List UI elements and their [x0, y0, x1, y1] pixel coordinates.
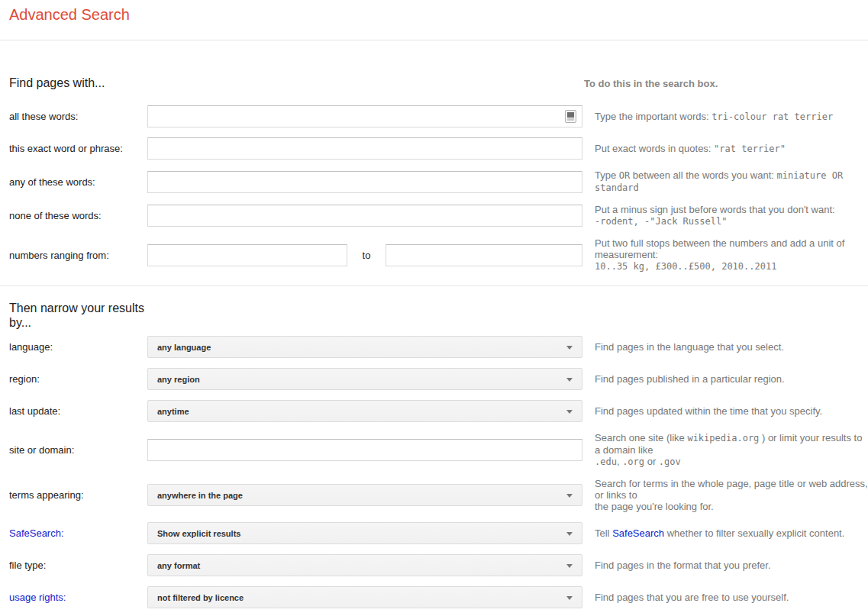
none-words-input[interactable]: [147, 205, 582, 227]
caret-down-icon: [566, 564, 573, 568]
row-last-update: last update: anytime Find pages updated …: [9, 400, 868, 422]
page-header: Advanced Search: [0, 0, 868, 40]
row-hint: Put two full stops between the numbers a…: [582, 237, 868, 273]
last-update-label: last update:: [9, 405, 147, 417]
row-hint: Search one site (like wikipedia.org ) or…: [582, 432, 868, 468]
none-words-label: none of these words:: [9, 210, 147, 221]
row-hint: Find pages that you are free to use your…: [582, 592, 868, 603]
safesearch-link[interactable]: SafeSearch: [612, 527, 664, 539]
site-domain-input[interactable]: [147, 439, 582, 461]
advanced-search-page: Advanced Search Find pages with... To do…: [0, 0, 868, 616]
row-safesearch: SafeSearch: Show explicit results Tell S…: [9, 522, 868, 544]
last-update-field: anytime: [147, 400, 582, 422]
caret-down-icon: [566, 532, 573, 536]
numbers-from-input[interactable]: [147, 244, 347, 266]
safesearch-dropdown[interactable]: Show explicit results: [147, 522, 582, 544]
to-label: to: [347, 250, 386, 261]
keyboard-input-tools-icon[interactable]: [565, 110, 576, 123]
last-update-dropdown-value: anytime: [157, 407, 189, 416]
safesearch-label-link[interactable]: SafeSearch:: [9, 527, 147, 539]
all-these-words-label: all these words:: [9, 111, 147, 122]
row-numbers-ranging: numbers ranging from: to Put two full st…: [9, 237, 868, 273]
row-hint: Put exact words in quotes: "rat terrier": [582, 143, 868, 155]
row-none-of-these-words: none of these words: Put a minus sign ju…: [9, 204, 868, 227]
section-divider: [0, 285, 868, 286]
row-usage-rights: usage rights: not filtered by licence Fi…: [9, 586, 868, 608]
row-hint: Find pages in the format that you prefer…: [582, 560, 868, 571]
region-dropdown[interactable]: any region: [147, 368, 582, 390]
row-hint: Find pages updated within the time that …: [582, 405, 868, 417]
all-these-words-input[interactable]: [147, 105, 582, 127]
row-hint: Type the important words: tri-colour rat…: [582, 111, 868, 123]
row-all-these-words: all these words: Type the important word…: [9, 105, 868, 127]
row-hint: Find pages in the language that you sele…: [582, 341, 868, 353]
safesearch-field: Show explicit results: [147, 522, 582, 544]
any-words-field: [147, 171, 582, 193]
terms-appearing-dropdown[interactable]: anywhere in the page: [147, 484, 582, 506]
site-domain-field: [147, 439, 582, 461]
terms-appearing-field: anywhere in the page: [147, 484, 582, 506]
caret-down-icon: [566, 346, 573, 350]
language-dropdown-value: any language: [157, 343, 211, 352]
language-field: any language: [147, 336, 582, 358]
terms-appearing-label: terms appearing:: [9, 489, 147, 501]
usage-rights-dropdown[interactable]: not filtered by licence: [147, 586, 582, 608]
page-title: Advanced Search: [9, 5, 868, 24]
narrow-section-heading: Then narrow your results by...: [9, 301, 158, 330]
row-hint: Find pages published in a particular reg…: [582, 373, 868, 385]
usage-rights-label-link[interactable]: usage rights:: [9, 592, 147, 603]
region-label: region:: [9, 373, 147, 385]
file-type-label: file type:: [9, 560, 147, 571]
any-words-label: any of these words:: [9, 176, 147, 188]
row-hint: Search for terms in the whole page, page…: [582, 478, 868, 512]
caret-down-icon: [566, 494, 573, 498]
row-any-of-these-words: any of these words: Type OR between all …: [9, 169, 868, 194]
usage-rights-field: not filtered by licence: [147, 586, 582, 608]
hint-column-heading: To do this in the search box.: [582, 78, 718, 89]
file-type-dropdown[interactable]: any format: [147, 554, 582, 576]
all-these-words-field: [147, 105, 582, 127]
caret-down-icon: [566, 378, 573, 382]
exact-phrase-field: [147, 137, 582, 160]
file-type-dropdown-value: any format: [157, 561, 200, 570]
none-words-field: [147, 205, 582, 227]
caret-down-icon: [566, 596, 573, 600]
row-hint: Put a minus sign just before words that …: [582, 204, 868, 227]
row-terms-appearing: terms appearing: anywhere in the page Se…: [9, 478, 868, 512]
terms-appearing-dropdown-value: anywhere in the page: [157, 491, 243, 500]
find-section-heading: Find pages with...: [9, 76, 582, 90]
row-region: region: any region Find pages published …: [9, 368, 868, 390]
numbers-to-input[interactable]: [386, 244, 582, 266]
row-hint: Tell SafeSearch whether to filter sexual…: [582, 527, 868, 539]
region-dropdown-value: any region: [157, 375, 200, 384]
usage-rights-dropdown-value: not filtered by licence: [157, 593, 244, 602]
exact-phrase-input[interactable]: [147, 137, 582, 160]
any-words-input[interactable]: [147, 171, 582, 193]
row-exact-phrase: this exact word or phrase: Put exact wor…: [9, 137, 868, 160]
language-label: language:: [9, 341, 147, 353]
row-file-type: file type: any format Find pages in the …: [9, 554, 868, 576]
region-field: any region: [147, 368, 582, 390]
page-content: Find pages with... To do this in the sea…: [0, 76, 868, 616]
last-update-dropdown[interactable]: anytime: [147, 400, 582, 422]
row-hint: Type OR between all the words you want: …: [582, 169, 868, 194]
caret-down-icon: [566, 410, 573, 414]
file-type-field: any format: [147, 554, 582, 576]
numbers-ranging-label: numbers ranging from:: [9, 250, 147, 261]
row-language: language: any language Find pages in the…: [9, 336, 868, 358]
numbers-ranging-field: to: [147, 244, 582, 266]
find-section-header: Find pages with... To do this in the sea…: [9, 76, 868, 90]
row-site-or-domain: site or domain: Search one site (like wi…: [9, 432, 868, 468]
safesearch-dropdown-value: Show explicit results: [157, 529, 240, 538]
site-domain-label: site or domain:: [9, 444, 147, 456]
language-dropdown[interactable]: any language: [147, 336, 582, 358]
exact-phrase-label: this exact word or phrase:: [9, 143, 147, 154]
